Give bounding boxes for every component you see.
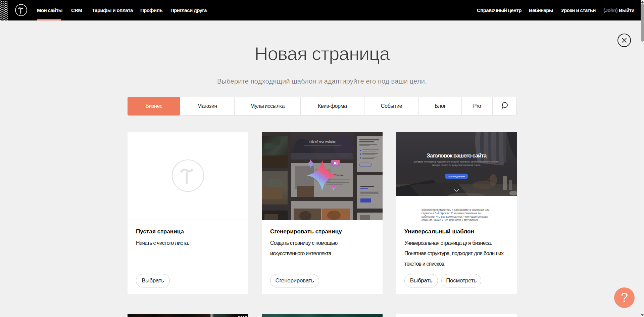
svg-text:Коротко представьтесь и расска: Коротко представьтесь и расскажите о ком… — [422, 209, 489, 212]
svg-text:команда, какие у нее ценности: команда, какие у нее ценности и мотиваци… — [422, 219, 479, 221]
svg-text:сервисе в 3-4 строках. С каким: сервисе в 3-4 строках. С какими клиентам… — [422, 212, 481, 215]
svg-text:вкладка «Контент» для редактир: вкладка «Контент» для редактирования тек… — [432, 164, 481, 167]
svg-text:Целевое действие: Целевое действие — [448, 176, 465, 178]
svg-text:работаете, что вас вдохновляет: работаете, что вас вдохновляет. Чем горд… — [422, 215, 488, 218]
svg-text:Добавьте интересные подробност: Добавьте интересные подробности о вашей … — [414, 161, 499, 163]
svg-text:Заголовок вашего сайта: Заголовок вашего сайта — [427, 152, 487, 159]
svg-text:Title of Your Website: Title of Your Website — [309, 140, 336, 143]
svg-text:AI: AI — [333, 161, 338, 166]
